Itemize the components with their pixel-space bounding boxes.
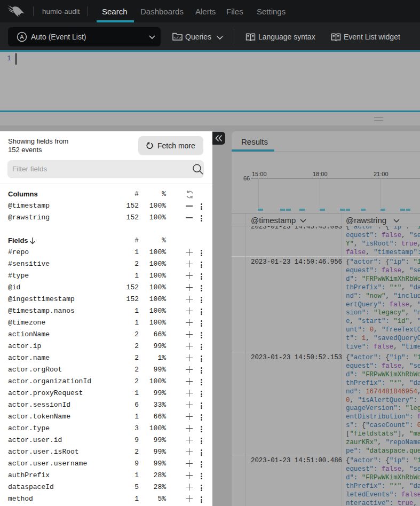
svg-text:A: A xyxy=(20,34,24,40)
svg-text:</>: </> xyxy=(174,36,181,40)
